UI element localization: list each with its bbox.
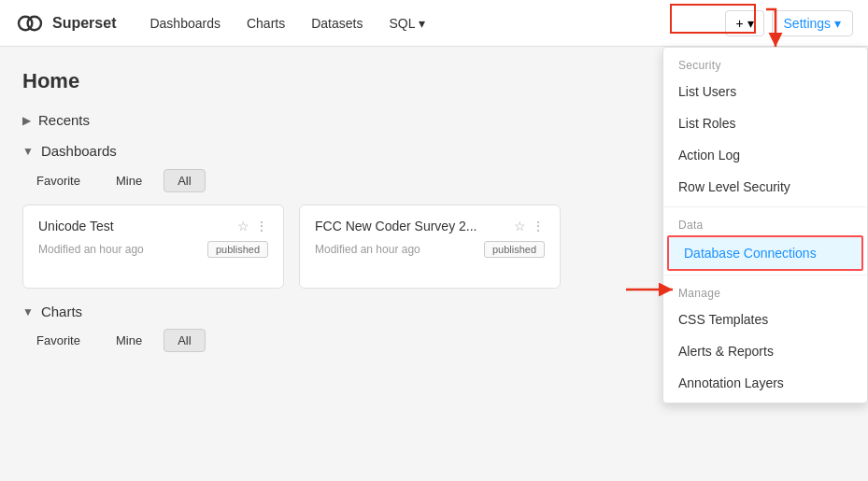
menu-section-manage: Manage [663, 279, 867, 304]
dashboard-card-1: FCC New Coder Survey 2... ☆ ⋮ Modified a… [299, 205, 561, 289]
menu-item-row-level-security[interactable]: Row Level Security [663, 171, 867, 203]
navbar: Superset Dashboards Charts Datasets SQL … [0, 0, 868, 47]
svg-point-1 [28, 16, 41, 29]
card-status-0: published [207, 241, 268, 258]
menu-item-list-users[interactable]: List Users [663, 76, 867, 107]
charts-chevron-icon: ▼ [22, 305, 34, 318]
menu-item-css-templates[interactable]: CSS Templates [663, 304, 867, 335]
dashboards-filter-mine[interactable]: Mine [102, 169, 156, 192]
card-meta-0: Modified an hour ago published [38, 241, 268, 258]
logo-text: Superset [52, 15, 116, 32]
menu-section-security: Security [663, 51, 867, 76]
nav-dashboards[interactable]: Dashboards [138, 8, 232, 38]
dashboards-filter-favorite[interactable]: Favorite [22, 169, 94, 192]
nav-links: Dashboards Charts Datasets SQL ▾ [138, 8, 703, 38]
menu-item-database-connections[interactable]: Database Connections [667, 235, 863, 271]
nav-sql[interactable]: SQL ▾ [377, 8, 435, 38]
card-icons-1: ☆ ⋮ [514, 219, 545, 233]
dashboard-card-0: Unicode Test ☆ ⋮ Modified an hour ago pu… [22, 205, 284, 289]
charts-filter-favorite[interactable]: Favorite [22, 329, 94, 352]
plus-button[interactable]: + ▾ [725, 10, 763, 36]
card-title-0: Unicode Test [38, 219, 114, 233]
more-icon-0[interactable]: ⋮ [255, 219, 268, 233]
charts-filter-mine[interactable]: Mine [102, 329, 156, 352]
card-title-1: FCC New Coder Survey 2... [315, 219, 477, 233]
dashboards-filter-all[interactable]: All [164, 169, 205, 192]
nav-right: + ▾ Settings ▾ [725, 10, 853, 36]
settings-button[interactable]: Settings ▾ [772, 10, 853, 36]
card-modified-1: Modified an hour ago [315, 243, 420, 256]
dashboards-label: Dashboards [41, 143, 117, 159]
charts-label: Charts [41, 304, 82, 319]
card-modified-0: Modified an hour ago [38, 243, 144, 256]
nav-datasets[interactable]: Datasets [300, 8, 374, 38]
charts-filter-all[interactable]: All [164, 329, 205, 352]
menu-item-list-roles[interactable]: List Roles [663, 107, 867, 139]
menu-divider-1 [663, 206, 867, 207]
more-icon-1[interactable]: ⋮ [532, 219, 545, 233]
menu-divider-2 [663, 275, 867, 276]
recents-chevron-icon: ▶ [22, 114, 31, 127]
menu-item-annotation-layers[interactable]: Annotation Layers [663, 367, 867, 399]
superset-logo-icon [15, 8, 45, 38]
logo: Superset [15, 8, 116, 38]
card-status-1: published [484, 241, 545, 258]
card-header-1: FCC New Coder Survey 2... ☆ ⋮ [315, 219, 545, 233]
menu-item-alerts-reports[interactable]: Alerts & Reports [663, 335, 867, 367]
card-header-0: Unicode Test ☆ ⋮ [38, 219, 268, 233]
nav-charts[interactable]: Charts [235, 8, 296, 38]
dashboards-chevron-icon: ▼ [22, 145, 34, 158]
card-meta-1: Modified an hour ago published [315, 241, 545, 258]
star-icon-0[interactable]: ☆ [237, 219, 249, 233]
menu-item-action-log[interactable]: Action Log [663, 139, 867, 171]
card-icons-0: ☆ ⋮ [237, 219, 268, 233]
star-icon-1[interactable]: ☆ [514, 219, 526, 233]
settings-dropdown: Security List Users List Roles Action Lo… [662, 47, 868, 403]
recents-label: Recents [38, 112, 90, 128]
menu-section-data: Data [663, 211, 867, 235]
